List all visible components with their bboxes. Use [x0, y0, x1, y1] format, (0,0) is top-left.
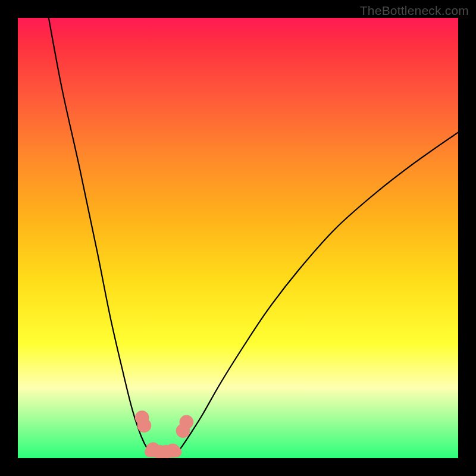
- curve-left-branch: [49, 18, 156, 456]
- curve-right-branch: [172, 132, 458, 456]
- trough-dot-4: [166, 444, 180, 458]
- watermark-text: TheBottleneck.com: [360, 4, 469, 18]
- left-lower-dot: [137, 418, 152, 433]
- plot-area: [18, 18, 458, 458]
- chart-overlay: [18, 18, 458, 458]
- chart-frame: TheBottleneck.com: [0, 0, 476, 476]
- right-lower-dot: [176, 424, 190, 438]
